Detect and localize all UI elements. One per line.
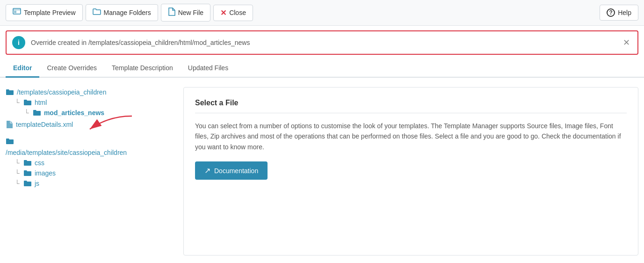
toolbar: Template Preview Manage Folders New File… [0, 0, 644, 26]
js-label: js [35, 180, 39, 187]
manage-folders-icon [93, 8, 101, 17]
help-icon: ? [607, 8, 615, 17]
tree-html[interactable]: └ html [15, 97, 174, 108]
doc-button-label: Documentation [214, 167, 258, 175]
template-preview-label: Template Preview [24, 9, 76, 16]
select-panel-title: Select a File [195, 99, 627, 113]
images-label: images [35, 169, 56, 177]
tree-media-children: └ css └ images └ js [6, 158, 174, 189]
help-button[interactable]: ? Help [600, 5, 638, 21]
close-icon: ✕ [220, 8, 226, 17]
tree-root-1[interactable]: /templates/cassiopeia_children [6, 87, 174, 97]
css-folder-icon [23, 159, 32, 167]
select-panel-description: You can select from a number of options … [195, 121, 627, 152]
tab-updated-files[interactable]: Updated Files [181, 59, 236, 78]
close-button[interactable]: ✕ Close [213, 5, 253, 21]
mod-folder-icon [33, 109, 41, 117]
template-preview-icon [13, 8, 21, 17]
tree-images[interactable]: └ images [15, 168, 174, 178]
mod-articles-news-label: mod_articles_news [44, 109, 104, 117]
template-details-label: templateDetails.xml [16, 121, 73, 128]
alert-close-button[interactable]: ✕ [621, 37, 632, 48]
images-folder-icon [23, 169, 32, 177]
select-file-panel: Select a File You can select from a numb… [183, 87, 638, 256]
tab-editor[interactable]: Editor [6, 59, 39, 78]
root2-label: /media/templates/site/cassiopeia_childre… [6, 149, 127, 156]
tree-mod-articles-news[interactable]: └ mod_articles_news [24, 108, 174, 118]
tree-template-details[interactable]: templateDetails.xml [6, 119, 174, 130]
alert-bar: i Override created in /templates/cassiop… [6, 30, 638, 55]
tab-template-description[interactable]: Template Description [104, 59, 181, 78]
tree-root-2[interactable]: /media/templates/site/cassiopeia_childre… [6, 147, 174, 158]
tree-js[interactable]: └ js [15, 178, 174, 189]
root1-label: /templates/cassiopeia_children [17, 88, 106, 96]
root2-folder-icon [6, 138, 14, 145]
manage-folders-button[interactable]: Manage Folders [86, 4, 158, 21]
tree-css[interactable]: └ css [15, 158, 174, 168]
alert-message: Override created in /templates/cassiopei… [31, 39, 621, 46]
main-content: /templates/cassiopeia_children └ html └ … [0, 78, 644, 263]
html-label: html [35, 99, 47, 106]
tree-mod-container: └ mod_articles_news [15, 108, 174, 118]
close-label: Close [229, 9, 246, 16]
folder-icon [6, 88, 14, 96]
tree-line-mod: └ [24, 109, 29, 117]
alert-info-icon: i [12, 36, 25, 49]
html-folder-icon [23, 99, 32, 106]
new-file-icon [168, 7, 175, 18]
new-file-button[interactable]: New File [161, 4, 210, 22]
root2-icon-area [6, 138, 174, 146]
new-file-label: New File [178, 9, 203, 16]
file-tree: /templates/cassiopeia_children └ html └ … [6, 87, 174, 256]
file-icon [6, 120, 13, 129]
tabs-bar: Editor Create Overrides Template Descrip… [0, 59, 644, 78]
svg-rect-2 [14, 11, 16, 13]
template-preview-button[interactable]: Template Preview [6, 4, 83, 21]
help-label: Help [618, 9, 631, 16]
documentation-button[interactable]: ↗ Documentation [195, 161, 268, 180]
js-folder-icon [23, 180, 32, 187]
css-label: css [35, 159, 44, 167]
manage-folders-label: Manage Folders [104, 9, 151, 16]
tree-line-html: └ [15, 99, 20, 106]
doc-link-icon: ↗ [204, 166, 210, 175]
tab-create-overrides[interactable]: Create Overrides [39, 59, 104, 78]
tree-html-container: └ html └ mod_articles_news [6, 97, 174, 118]
